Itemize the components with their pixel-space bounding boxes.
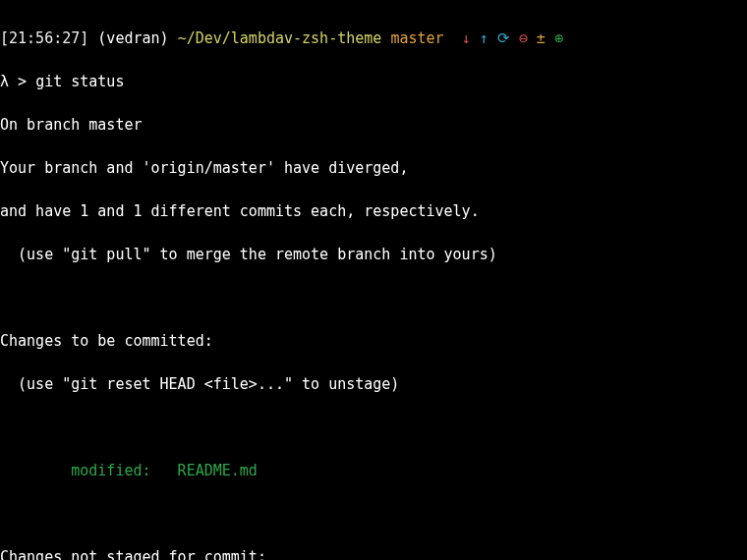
- git-changed-icon: ±: [537, 29, 546, 47]
- prompt-user: (vedran): [97, 29, 168, 47]
- prompt-path: ~/Dev/lambdav-zsh-theme: [178, 29, 382, 47]
- git-deleted-icon: ⊖: [519, 29, 528, 47]
- output-line: (use "git reset HEAD <file>..." to unsta…: [0, 373, 747, 395]
- section-header-staged: Changes to be committed:: [0, 330, 747, 352]
- terminal-output[interactable]: [21:56:27] (vedran) ~/Dev/lambdav-zsh-th…: [0, 0, 747, 560]
- git-ahead-icon: ↑: [480, 29, 488, 47]
- git-stash-icon: ⟳: [497, 29, 510, 47]
- output-line: and have 1 and 1 different commits each,…: [0, 200, 747, 222]
- command-line[interactable]: λ > git status: [0, 71, 747, 92]
- output-line: (use "git pull" to merge the remote bran…: [0, 244, 747, 265]
- output-line: On branch master: [0, 114, 747, 136]
- prompt-branch: master: [390, 29, 443, 47]
- git-behind-icon: ↓: [462, 29, 471, 47]
- prompt-line: [21:56:27] (vedran) ~/Dev/lambdav-zsh-th…: [0, 28, 747, 49]
- git-added-icon: ⊕: [554, 29, 563, 47]
- section-header-unstaged: Changes not staged for commit:: [0, 546, 747, 560]
- command-text: git status: [35, 73, 124, 90]
- staged-file: modified: README.md: [0, 460, 747, 481]
- prompt-sigil: λ >: [0, 73, 35, 90]
- prompt-time: [21:56:27]: [0, 29, 88, 47]
- output-line: Your branch and 'origin/master' have div…: [0, 157, 747, 179]
